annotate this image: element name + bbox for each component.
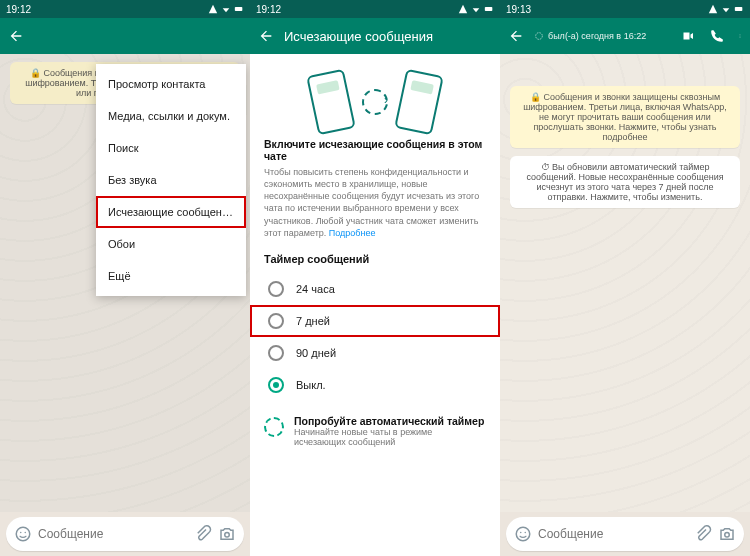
svg-point-1 [16,527,30,541]
wifi-icon [221,4,231,14]
svg-point-9 [740,36,741,37]
phone-screen-3: 19:13 был(-а) сегодня в 16:22 [500,0,750,556]
emoji-icon[interactable] [514,525,532,543]
wifi-icon [471,4,481,14]
presence-text: был(-а) сегодня в 16:22 [534,31,646,41]
back-button[interactable] [258,28,274,44]
clock: 19:12 [6,4,31,15]
phone-screen-1: 19:12 🔒 Сообщения и звонки защищены скво… [0,0,250,556]
menu-search[interactable]: Поиск [96,132,246,164]
svg-point-13 [525,532,527,534]
settings-body: Включите исчезающие сообщения в этом чат… [250,54,500,556]
menu-view-contact[interactable]: Просмотр контакта [96,68,246,100]
phone-illus-right [394,69,444,136]
timer-dashed-icon [264,417,284,437]
svg-point-14 [725,533,730,538]
svg-rect-5 [485,7,493,11]
appbar [0,18,250,54]
camera-icon[interactable] [718,525,736,543]
svg-point-4 [225,533,230,538]
menu-disappearing[interactable]: Исчезающие сообщения [96,196,246,228]
option-7d[interactable]: 7 дней [250,305,500,337]
option-90d[interactable]: 90 дней [250,337,500,369]
statusbar: 19:12 [0,0,250,18]
svg-point-11 [516,527,530,541]
phone-screen-2: 19:12 Исчезающие сообщения Включите исче… [250,0,500,556]
battery-icon [484,4,494,14]
section-timer: Таймер сообщений [250,239,500,273]
try-auto-timer[interactable]: Попробуйте автоматический таймер Начинай… [250,401,500,447]
attach-icon[interactable] [694,525,712,543]
lead-description: Чтобы повысить степень конфиденциальност… [264,166,486,239]
option-off[interactable]: Выкл. [250,369,500,401]
video-call-icon[interactable] [680,30,696,42]
message-input[interactable] [38,527,188,541]
status-icons [458,4,494,14]
appbar: Исчезающие сообщения [250,18,500,54]
wifi-icon [721,4,731,14]
composer [0,512,250,556]
svg-point-12 [520,532,522,534]
message-input-wrap[interactable] [6,517,244,551]
svg-point-3 [25,532,27,534]
message-input-wrap[interactable] [506,517,744,551]
arrow-left-icon [508,28,524,44]
statusbar: 19:12 [250,0,500,18]
menu-media[interactable]: Медиа, ссылки и докум. [96,100,246,132]
arrow-left-icon [258,28,274,44]
phone-illus-left [306,69,356,136]
appbar: был(-а) сегодня в 16:22 [500,18,750,54]
encryption-notice[interactable]: 🔒 Сообщения и звонки защищены сквозным ш… [510,86,740,148]
emoji-icon[interactable] [14,525,32,543]
svg-rect-6 [735,7,743,11]
timer-small-icon [534,31,544,41]
clock: 19:13 [506,4,531,15]
timer-icon [362,89,388,115]
composer [500,512,750,556]
overflow-menu: Просмотр контакта Медиа, ссылки и докум.… [96,64,246,296]
menu-mute[interactable]: Без звука [96,164,246,196]
message-input[interactable] [538,527,688,541]
try-desc: Начинайте новые чаты в режиме исчезающих… [294,427,486,447]
chat-body: 🔒 Сообщения и звонки защищены сквозным ш… [0,54,250,512]
illustration [250,54,500,138]
battery-icon [234,4,244,14]
battery-icon [734,4,744,14]
signal-icon [708,4,718,14]
learn-more-link[interactable]: Подробнее [329,228,376,238]
chat-body: Сегодня 🔒 Сообщения и звонки защищены ск… [500,54,750,512]
disappearing-notice[interactable]: ⏱ Вы обновили автоматический таймер сооб… [510,156,740,208]
svg-point-2 [20,532,22,534]
menu-more[interactable]: Ещё [96,260,246,292]
clock: 19:12 [256,4,281,15]
option-24h[interactable]: 24 часа [250,273,500,305]
lead-heading: Включите исчезающие сообщения в этом чат… [264,138,486,162]
status-icons [208,4,244,14]
svg-point-10 [740,37,741,38]
signal-icon [208,4,218,14]
svg-rect-0 [235,7,243,11]
camera-icon[interactable] [218,525,236,543]
svg-point-8 [740,35,741,36]
try-title: Попробуйте автоматический таймер [294,415,486,427]
voice-call-icon[interactable] [710,29,724,43]
svg-point-7 [536,33,543,40]
page-title: Исчезающие сообщения [284,29,492,44]
arrow-left-icon [8,28,24,44]
signal-icon [458,4,468,14]
menu-wallpaper[interactable]: Обои [96,228,246,260]
overflow-icon[interactable] [738,29,742,43]
back-button[interactable] [8,28,24,44]
status-icons [708,4,744,14]
back-button[interactable] [508,28,524,44]
attach-icon[interactable] [194,525,212,543]
statusbar: 19:13 [500,0,750,18]
